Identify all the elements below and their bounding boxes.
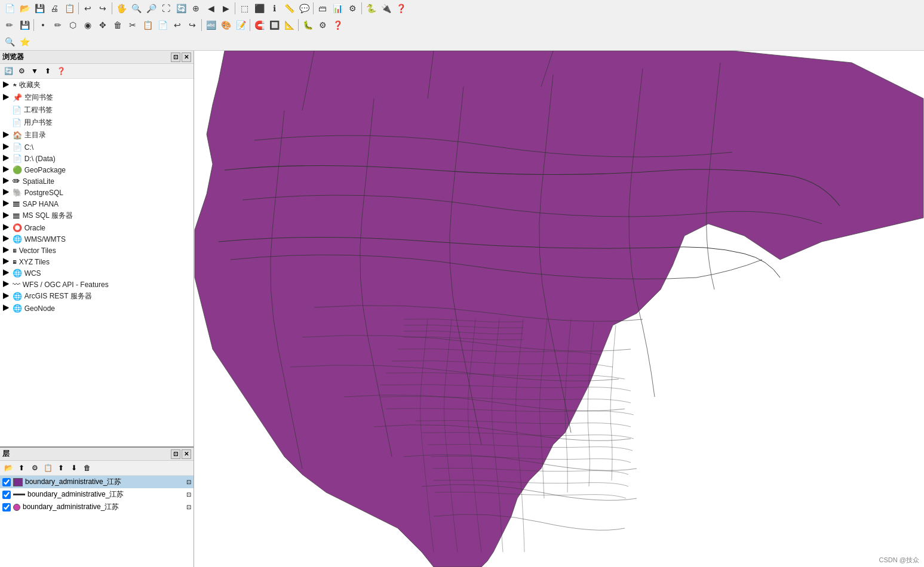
layer-3-options-btn[interactable]: ⊡ <box>186 504 191 510</box>
browser-close-btn[interactable]: ✕ <box>182 53 191 62</box>
open-table-btn[interactable]: 🗃 <box>315 1 330 16</box>
label-btn[interactable]: 🔤 <box>204 18 218 32</box>
tree-item-c-drive[interactable]: ⯈ 📄 C:\ <box>0 141 194 153</box>
browser-add-btn[interactable]: ⬆ <box>42 65 54 77</box>
browser-refresh-btn[interactable]: 🔄 <box>2 65 14 77</box>
layer-3-checkbox[interactable] <box>2 503 11 511</box>
open-project-btn[interactable]: 📂 <box>17 1 32 16</box>
layer-item-2[interactable]: boundary_administrative_江苏 ⊡ <box>0 488 194 501</box>
layers-open-btn[interactable]: 📂 <box>2 462 14 474</box>
zoom-layer-btn[interactable]: 🔄 <box>174 1 188 16</box>
redo-edit-btn[interactable]: ↪ <box>185 18 199 32</box>
layer-2-options-btn[interactable]: ⊡ <box>186 491 191 498</box>
copy-feature-btn[interactable]: 📋 <box>140 18 155 32</box>
help-btn[interactable]: ❓ <box>394 1 408 16</box>
print-btn[interactable]: 📋 <box>62 1 76 16</box>
zoom-last-btn[interactable]: ◀ <box>204 1 218 16</box>
paste-feature-btn[interactable]: 📄 <box>155 18 170 32</box>
select-btn[interactable]: ⬚ <box>237 1 251 16</box>
topology-btn[interactable]: 🔲 <box>267 18 281 32</box>
tree-item-geopackage[interactable]: ⯈ 🟢 GeoPackage <box>0 164 194 175</box>
tree-item-wfs-ogcapi[interactable]: ⯈ 〰 WFS / OGC API - Features <box>0 279 194 290</box>
browser-float-btn[interactable]: ⊡ <box>171 53 180 62</box>
layer-2-checkbox[interactable] <box>2 491 11 499</box>
processing-btn[interactable]: ⚙ <box>315 18 330 32</box>
spatialite-icon: ⯈ ✏ <box>2 177 20 186</box>
layers-up-btn[interactable]: ⬆ <box>16 462 27 474</box>
new-project-btn[interactable]: 📄 <box>2 1 17 16</box>
tree-item-favorites[interactable]: ⯈ ★ 收藏夹 <box>0 79 194 91</box>
save-as-btn[interactable]: 🖨 <box>47 1 62 16</box>
tree-item-vector-tiles[interactable]: ⯈ ⊞ Vector Tiles <box>0 245 194 256</box>
text-annotation-btn[interactable]: 📝 <box>234 18 248 32</box>
tree-item-mssql[interactable]: ⯈ ☰ MS SQL 服务器 <box>0 209 194 222</box>
layers-float-btn[interactable]: ⊡ <box>171 449 180 459</box>
annotation-btn[interactable]: 🎨 <box>219 18 233 32</box>
tree-item-project-bookmarks[interactable]: 📄 工程书签 <box>0 104 194 116</box>
edit-vertex-btn[interactable]: ◉ <box>81 18 95 32</box>
bookmark-btn[interactable]: ⭐ <box>17 35 32 49</box>
tree-item-xyz-tiles[interactable]: ⯈ ⊞ XYZ Tiles <box>0 256 194 267</box>
tree-item-spatialite[interactable]: ⯈ ✏ SpatiaLite <box>0 175 194 187</box>
layer-1-checkbox[interactable] <box>2 478 11 486</box>
zoom-in-btn[interactable]: 🔍 <box>129 1 143 16</box>
redo-btn[interactable]: ↪ <box>96 1 110 16</box>
layers-move-up-btn[interactable]: ⬆ <box>55 462 67 474</box>
layer-item-1[interactable]: boundary_administrative_江苏 ⊡ <box>0 476 194 488</box>
zoom-next-btn[interactable]: ▶ <box>219 1 233 16</box>
tree-item-arcgis-rest[interactable]: ⯈ 🌐 ArcGIS REST 服务器 <box>0 290 194 303</box>
draw-polygon-btn[interactable]: ⬡ <box>66 18 80 32</box>
layer-item-3[interactable]: boundary_administrative_江苏 ⊡ <box>0 501 194 513</box>
tree-item-wms-wmts[interactable]: ⯈ 🌐 WMS/WMTS <box>0 233 194 245</box>
layers-filter-btn[interactable]: ⚙ <box>29 462 41 474</box>
plugin-btn[interactable]: 🔌 <box>379 1 393 16</box>
save-project-btn[interactable]: 💾 <box>32 1 47 16</box>
deselect-btn[interactable]: ⬛ <box>252 1 266 16</box>
toggle-edit-btn[interactable]: ✏ <box>2 18 17 32</box>
snap-btn[interactable]: 🧲 <box>252 18 266 32</box>
statistics-btn[interactable]: 📊 <box>330 1 345 16</box>
undo-edit-btn[interactable]: ↩ <box>170 18 185 32</box>
tree-item-postgresql[interactable]: ⯈ 🐘 PostgreSQL <box>0 187 194 198</box>
draw-line-btn[interactable]: ✏ <box>51 18 65 32</box>
digitize-btn[interactable]: 📐 <box>282 18 296 32</box>
python-btn[interactable]: 🐍 <box>364 1 378 16</box>
layers-close-btn[interactable]: ✕ <box>182 449 191 459</box>
save-edits-btn[interactable]: 💾 <box>17 18 32 32</box>
tree-item-d-drive[interactable]: ⯈ 📄 D:\ (Data) <box>0 153 194 164</box>
help2-btn[interactable]: ❓ <box>330 18 345 32</box>
settings-btn[interactable]: ⚙ <box>345 1 360 16</box>
tree-item-spatial-bookmarks[interactable]: ⯈ 📌 空间书签 <box>0 91 194 104</box>
tree-item-user-bookmarks[interactable]: 📄 用户书签 <box>0 116 194 129</box>
pan-btn[interactable]: 🖐 <box>114 1 128 16</box>
layers-move-down-btn[interactable]: ⬇ <box>68 462 80 474</box>
browser-help-btn[interactable]: ❓ <box>55 65 67 77</box>
python2-btn[interactable]: 🐛 <box>300 18 315 32</box>
zoom-out-btn[interactable]: 🔎 <box>144 1 158 16</box>
tree-item-geonode[interactable]: ⯈ 🌐 GeoNode <box>0 303 194 314</box>
draw-point-btn[interactable]: • <box>36 18 50 32</box>
tree-item-oracle[interactable]: ⯈ ⭕ Oracle <box>0 222 194 233</box>
browser-filter-btn[interactable]: ⚙ <box>16 65 27 77</box>
geonode-label: GeoNode <box>24 304 55 313</box>
delete-feature-btn[interactable]: 🗑 <box>110 18 125 32</box>
undo-btn[interactable]: ↩ <box>81 1 95 16</box>
map-tips-btn[interactable]: 💬 <box>297 1 311 16</box>
browser-collapse-btn[interactable]: ▼ <box>29 65 41 77</box>
tree-item-sap-hana[interactable]: ⯈ ☰ SAP HANA <box>0 198 194 209</box>
map-area[interactable]: CSDN @技众 <box>194 51 924 567</box>
cut-feature-btn[interactable]: ✂ <box>125 18 140 32</box>
tree-item-wcs[interactable]: ⯈ 🌐 WCS <box>0 267 194 279</box>
move-feature-btn[interactable]: ✥ <box>96 18 110 32</box>
layers-remove-btn[interactable]: 🗑 <box>81 462 93 474</box>
zoom-full-btn[interactable]: ⛶ <box>159 1 173 16</box>
measure-btn[interactable]: 📏 <box>282 1 296 16</box>
tree-item-home[interactable]: ⯈ 🏠 主目录 <box>0 129 194 141</box>
zoom-selection-btn[interactable]: ⊕ <box>189 1 203 16</box>
wcs-icon: ⯈ 🌐 <box>2 269 22 278</box>
layer-1-options-btn[interactable]: ⊡ <box>186 479 191 485</box>
search-btn[interactable]: 🔍 <box>2 35 17 49</box>
layers-copy-btn[interactable]: 📋 <box>42 462 54 474</box>
identify-btn[interactable]: ℹ <box>267 1 281 16</box>
wms-wmts-icon: ⯈ 🌐 <box>2 235 22 244</box>
